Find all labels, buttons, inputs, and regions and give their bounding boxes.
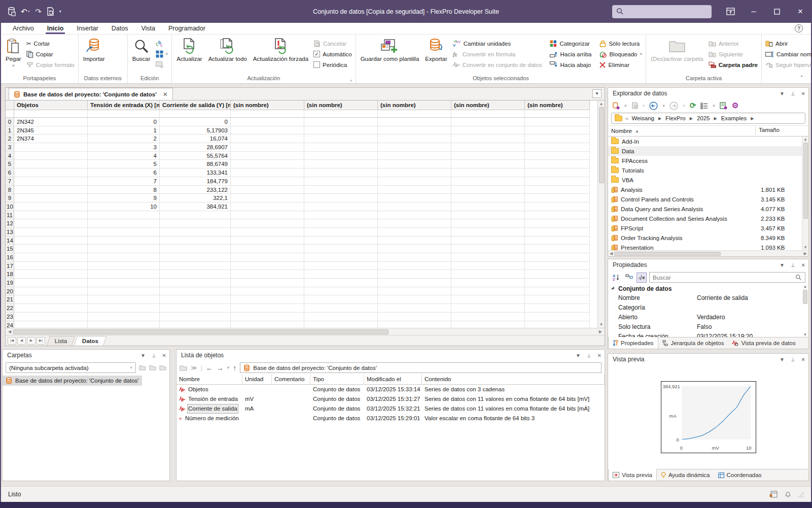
cell-empty[interactable]: [525, 202, 590, 211]
collapse-ribbon-icon[interactable]: ⌃: [800, 75, 804, 80]
cell-corriente[interactable]: 88,6749: [160, 160, 231, 168]
grid-vertical-scrollbar[interactable]: ▲ ▼: [597, 100, 605, 328]
cell-tension[interactable]: [88, 313, 160, 321]
cell-empty[interactable]: [451, 177, 525, 186]
up-level-icon[interactable]: ↑: [233, 364, 236, 372]
explorer-folder-row[interactable]: FPAccess: [608, 156, 808, 165]
cell-empty[interactable]: [304, 168, 378, 177]
cell-tension[interactable]: 7: [88, 177, 160, 186]
event-log-icon[interactable]: [769, 491, 778, 498]
cell-empty[interactable]: [231, 279, 304, 287]
cell-tension[interactable]: [88, 287, 160, 296]
cell-objetos[interactable]: [14, 160, 88, 168]
row-number[interactable]: 1: [6, 126, 14, 135]
cell-empty[interactable]: [525, 177, 590, 186]
cell-objetos[interactable]: [14, 313, 88, 321]
link-table-button[interactable]: [154, 59, 170, 70]
rename-button[interactable]: Cambiar nombre: [763, 49, 812, 59]
undo-icon[interactable]: ↶˅: [21, 7, 30, 16]
copy-button[interactable]: Copiar: [24, 49, 77, 59]
save-database-icon[interactable]: [7, 7, 16, 16]
cell-corriente[interactable]: 55,5764: [160, 152, 231, 160]
cell-objetos[interactable]: [14, 194, 88, 202]
cell-empty[interactable]: [525, 186, 590, 194]
cell-tension[interactable]: 6: [88, 168, 160, 177]
undo-dropdown-icon[interactable]: ˅: [28, 9, 30, 14]
cell-empty[interactable]: [304, 118, 378, 126]
cell-empty[interactable]: [304, 160, 378, 168]
cell-empty[interactable]: [451, 143, 525, 152]
panel-menu-icon[interactable]: ▼: [576, 353, 581, 358]
row-number[interactable]: 10: [6, 202, 14, 211]
panel-menu-icon[interactable]: ▼: [140, 353, 146, 358]
cell-empty[interactable]: [304, 177, 378, 186]
cell-corriente[interactable]: 28,6907: [160, 143, 231, 152]
cell-empty[interactable]: [304, 270, 378, 279]
cell-empty[interactable]: [451, 321, 525, 328]
cell-empty[interactable]: [525, 160, 590, 168]
cell-tension[interactable]: 5: [88, 160, 160, 168]
cell-objetos[interactable]: [14, 262, 88, 270]
explorer-file-row[interactable]: Presentation1.093 KB: [608, 243, 808, 250]
cell-empty[interactable]: [451, 279, 525, 287]
row-number[interactable]: 0: [6, 118, 14, 126]
preview-file-icon[interactable]: [631, 102, 638, 109]
history-dropdown-icon[interactable]: ˅: [227, 365, 230, 370]
cell-tension[interactable]: 0: [88, 118, 160, 126]
cell-objetos[interactable]: [14, 253, 88, 262]
cell-empty[interactable]: [231, 304, 304, 313]
object-list-row[interactable]: Tensión de entradamVConjunto de datos03/…: [176, 394, 605, 404]
cell-empty[interactable]: [451, 211, 525, 220]
categorized-view-icon[interactable]: [624, 273, 634, 283]
row-number[interactable]: 20: [6, 287, 14, 296]
cell-corriente[interactable]: [160, 295, 231, 304]
column-header[interactable]: (sin nombre): [451, 100, 525, 110]
cell-corriente[interactable]: [160, 304, 231, 313]
cell-tension[interactable]: 1: [88, 126, 160, 135]
cell-corriente[interactable]: 233,122: [160, 186, 231, 194]
cell-tension[interactable]: 8: [88, 186, 160, 194]
scroll-up-icon[interactable]: ▲: [599, 101, 604, 106]
property-row[interactable]: Solo lecturaFalso: [608, 322, 808, 332]
breadcrumb-flexpro[interactable]: FlexPro: [665, 115, 686, 121]
cell-empty[interactable]: [451, 253, 525, 262]
paste-button[interactable]: Pegar ˅: [3, 36, 24, 75]
next-sheet-icon[interactable]: ▶: [27, 337, 36, 345]
breadcrumb-examples[interactable]: Examples: [721, 115, 747, 121]
cell-empty[interactable]: [378, 202, 451, 211]
explorer-hscrollbar[interactable]: ◀▶: [608, 250, 808, 256]
cell-objetos[interactable]: [14, 321, 88, 328]
cell-corriente[interactable]: [160, 270, 231, 279]
cell-corriente[interactable]: [160, 219, 231, 228]
view-grid-dropdown-icon[interactable]: ˅: [166, 52, 168, 56]
cell-empty[interactable]: [231, 228, 304, 236]
cell-corriente[interactable]: [160, 228, 231, 236]
cell-objetos[interactable]: [14, 143, 88, 152]
cell-corriente[interactable]: [160, 262, 231, 270]
pin-icon[interactable]: ⊥: [791, 91, 795, 96]
cell-empty[interactable]: [451, 126, 525, 135]
close-panel-icon[interactable]: ✕: [801, 357, 805, 362]
copy-format-button[interactable]: Copiar formato: [24, 59, 77, 70]
convert-to-dataset-button[interactable]: Convertir en conjunto de datos: [450, 59, 544, 70]
index-icon[interactable]: [720, 102, 727, 110]
cell-tension[interactable]: [88, 321, 160, 328]
cell-corriente[interactable]: [160, 321, 231, 328]
panel-menu-icon[interactable]: ▼: [780, 357, 785, 362]
cell-empty[interactable]: [451, 295, 525, 304]
cell-corriente[interactable]: 184,779: [160, 177, 231, 186]
row-number[interactable]: 14: [6, 236, 14, 245]
property-row[interactable]: NombreCorriente de salida: [608, 293, 808, 303]
cell-empty[interactable]: [525, 279, 590, 287]
cell-empty[interactable]: [231, 321, 304, 328]
cell-empty[interactable]: [378, 228, 451, 236]
readonly-button[interactable]: Sólo lectura: [597, 38, 644, 49]
update-document-icon[interactable]: [47, 7, 54, 16]
search-button[interactable]: Buscar: [129, 36, 154, 75]
cell-empty[interactable]: [378, 126, 451, 135]
property-value[interactable]: [697, 303, 808, 313]
cell-empty[interactable]: [304, 211, 378, 220]
cell-empty[interactable]: [451, 168, 525, 177]
cell-tension[interactable]: [88, 253, 160, 262]
pin-icon[interactable]: ⊥: [587, 353, 591, 358]
